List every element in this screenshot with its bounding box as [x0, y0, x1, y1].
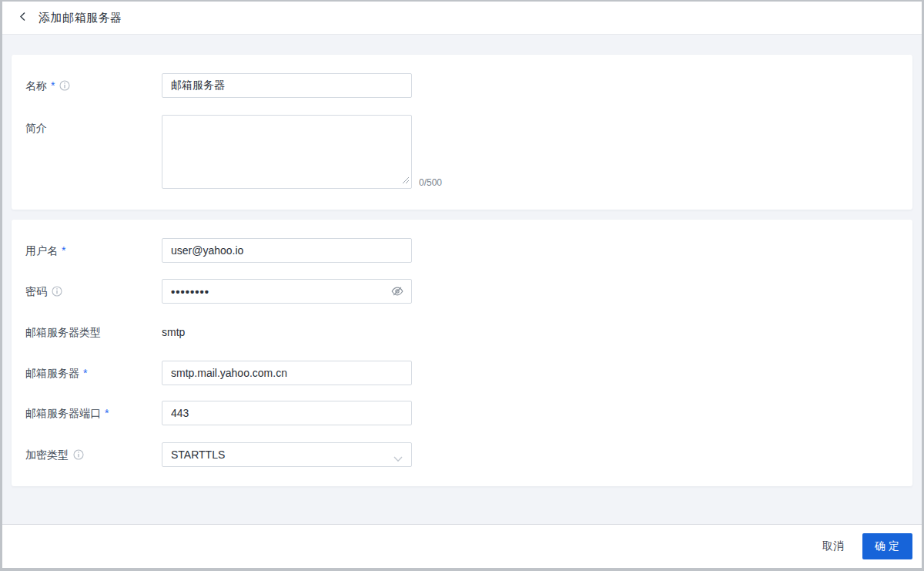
username-input[interactable]: [162, 238, 412, 263]
encryption-field-row: 加密类型 STARTTLS: [25, 442, 899, 467]
char-counter: 0/500: [419, 176, 442, 189]
eye-off-icon[interactable]: [390, 284, 404, 298]
name-input[interactable]: [162, 73, 412, 98]
required-mark: *: [105, 401, 109, 425]
username-field-row: 用户名 *: [25, 238, 899, 263]
encryption-label: 加密类型: [25, 442, 162, 467]
name-field-row: 名称 *: [25, 73, 899, 98]
password-input-wrap: [162, 279, 412, 304]
required-mark: *: [83, 361, 87, 385]
info-icon[interactable]: [59, 80, 70, 91]
chevron-left-icon: [18, 11, 29, 25]
info-icon[interactable]: [52, 286, 62, 297]
port-input[interactable]: [162, 401, 412, 425]
page-frame: 添加邮箱服务器 名称 * 简介 0/500: [0, 0, 924, 571]
footer-action-bar: 取消 确定: [2, 524, 922, 568]
intro-textarea-wrap: [162, 115, 412, 189]
encryption-select[interactable]: STARTTLS: [162, 442, 412, 467]
port-label: 邮箱服务器端口 *: [25, 401, 162, 425]
back-button[interactable]: [18, 11, 29, 25]
server-field-row: 邮箱服务器 *: [25, 361, 899, 385]
basic-info-card: 名称 * 简介 0/500: [12, 55, 912, 210]
intro-textarea[interactable]: [162, 115, 412, 189]
password-label: 密码: [25, 279, 162, 304]
intro-label: 简介: [25, 115, 162, 136]
server-label: 邮箱服务器 *: [25, 361, 162, 385]
server-type-row: 邮箱服务器类型 smtp: [25, 324, 899, 340]
port-field-row: 邮箱服务器端口 *: [25, 401, 899, 425]
server-input[interactable]: [162, 361, 412, 385]
required-mark: *: [62, 238, 65, 263]
intro-field-row: 简介 0/500: [25, 115, 899, 189]
info-icon[interactable]: [73, 449, 84, 460]
password-input[interactable]: [162, 279, 412, 304]
server-settings-card: 用户名 * 密码 邮箱服务器类型 smtp: [12, 220, 912, 486]
page-title: 添加邮箱服务器: [38, 11, 122, 25]
encryption-selected-value: STARTTLS: [171, 448, 225, 461]
name-label: 名称 *: [25, 73, 162, 98]
cancel-button[interactable]: 取消: [818, 533, 849, 559]
chevron-down-icon: [393, 452, 403, 465]
confirm-button[interactable]: 确定: [862, 533, 912, 559]
server-type-label: 邮箱服务器类型: [25, 324, 162, 340]
page-header: 添加邮箱服务器: [2, 2, 922, 35]
server-type-value: smtp: [162, 324, 185, 340]
password-field-row: 密码: [25, 279, 899, 304]
required-mark: *: [51, 73, 55, 98]
username-label: 用户名 *: [25, 238, 162, 263]
